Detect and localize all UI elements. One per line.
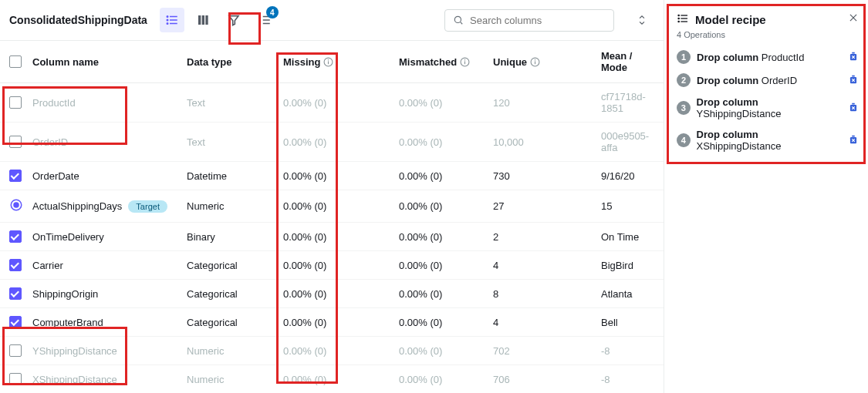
search-input-wrap[interactable] bbox=[444, 9, 614, 32]
delete-icon[interactable] bbox=[848, 102, 859, 115]
cell-mismatched: 0.00% (0) bbox=[399, 200, 442, 212]
column-name-label: OnTimeDelivery bbox=[32, 231, 104, 243]
cell-unique: 4 bbox=[493, 260, 498, 271]
operation-command: Drop column bbox=[697, 96, 758, 108]
delete-icon[interactable] bbox=[848, 74, 859, 87]
info-icon[interactable] bbox=[460, 57, 470, 67]
svg-marker-9 bbox=[229, 16, 238, 25]
table-row[interactable]: XShippingDistanceNumeric0.00% (0)0.00% (… bbox=[0, 365, 664, 393]
table-row[interactable]: ComputerBrandCategorical0.00% (0)0.00% (… bbox=[0, 308, 664, 337]
close-icon[interactable] bbox=[848, 12, 859, 25]
recipe-count-badge: 4 bbox=[266, 6, 279, 18]
row-checkbox[interactable] bbox=[9, 373, 22, 385]
info-icon[interactable] bbox=[530, 57, 540, 67]
operation-command: Drop column bbox=[697, 129, 758, 140]
column-name-label: OrderDate bbox=[32, 170, 79, 182]
info-icon[interactable] bbox=[323, 57, 333, 67]
cell-mean: 000e9505-affa bbox=[601, 130, 649, 153]
cell-missing: 0.00% (0) bbox=[283, 374, 326, 385]
recipe-operation[interactable]: 1Drop column ProductId bbox=[677, 45, 859, 69]
select-all-checkbox[interactable] bbox=[9, 55, 22, 68]
svg-point-3 bbox=[167, 16, 168, 18]
svg-point-32 bbox=[678, 15, 679, 15]
target-radio[interactable] bbox=[9, 198, 23, 214]
header-mismatched[interactable]: Mismatched bbox=[399, 56, 457, 68]
table-row[interactable]: ActualShippingDaysTargetNumeric0.00% (0)… bbox=[0, 190, 664, 223]
filter-icon[interactable] bbox=[221, 8, 246, 32]
row-checkbox[interactable] bbox=[9, 344, 22, 357]
table-row[interactable]: CarrierCategorical0.00% (0)0.00% (0)4Big… bbox=[0, 251, 664, 280]
row-checkbox[interactable] bbox=[9, 259, 22, 271]
cell-mismatched: 0.00% (0) bbox=[399, 97, 442, 109]
model-recipe-panel: Model recipe 4 Operations 1Drop column P… bbox=[664, 0, 868, 393]
cell-mean: 9/16/20 bbox=[601, 170, 634, 182]
operation-argument: YShippingDistance bbox=[697, 108, 782, 119]
svg-point-28 bbox=[14, 203, 19, 207]
dataset-title: ConsolidatedShippingData bbox=[9, 14, 147, 26]
recipe-operation[interactable]: 4Drop column XShippingDistance bbox=[677, 124, 859, 156]
recipe-operation[interactable]: 2Drop column OrderID bbox=[677, 69, 859, 92]
cell-unique: 2 bbox=[493, 231, 498, 243]
operation-argument: OrderID bbox=[762, 75, 797, 86]
row-checkbox[interactable] bbox=[9, 230, 22, 243]
header-mean-mode[interactable]: Mean / Mode bbox=[601, 50, 654, 73]
operation-index: 2 bbox=[677, 73, 691, 87]
cell-mean: Bell bbox=[601, 317, 618, 328]
cell-type: Datetime bbox=[187, 170, 227, 182]
delete-icon[interactable] bbox=[848, 134, 859, 147]
svg-point-26 bbox=[535, 59, 535, 60]
operation-index: 3 bbox=[677, 101, 691, 115]
column-name-label: Carrier bbox=[32, 260, 63, 271]
svg-rect-46 bbox=[852, 102, 855, 104]
recipe-operation[interactable]: 3Drop column YShippingDistance bbox=[677, 92, 859, 124]
svg-line-17 bbox=[461, 22, 463, 25]
header-unique[interactable]: Unique bbox=[493, 56, 527, 68]
row-checkbox[interactable] bbox=[9, 136, 22, 148]
svg-rect-50 bbox=[852, 135, 855, 136]
search-input[interactable] bbox=[470, 15, 606, 26]
header-data-type[interactable]: Data type bbox=[187, 56, 283, 68]
header-column-name[interactable]: Column name bbox=[32, 56, 187, 68]
cell-type: Numeric bbox=[187, 374, 224, 385]
table-row[interactable]: ShippingOriginCategorical0.00% (0)0.00% … bbox=[0, 280, 664, 308]
expand-all-icon[interactable] bbox=[630, 8, 654, 32]
table-row[interactable]: OnTimeDeliveryBinary0.00% (0)0.00% (0)2O… bbox=[0, 223, 664, 251]
cell-unique: 730 bbox=[493, 170, 510, 182]
cell-unique: 706 bbox=[493, 374, 510, 385]
cell-type: Text bbox=[187, 136, 205, 148]
column-name-label: XShippingDistance bbox=[32, 374, 117, 385]
cell-missing: 0.00% (0) bbox=[283, 136, 326, 148]
table-row[interactable]: ProductIdText0.00% (0)0.00% (0)120cf7171… bbox=[0, 83, 664, 123]
cell-missing: 0.00% (0) bbox=[283, 97, 326, 109]
operation-index: 4 bbox=[677, 133, 691, 147]
cell-mismatched: 0.00% (0) bbox=[399, 345, 442, 357]
grid-view-icon[interactable] bbox=[191, 8, 215, 32]
svg-point-5 bbox=[167, 23, 168, 25]
cell-mean: 15 bbox=[601, 200, 612, 212]
delete-icon[interactable] bbox=[848, 51, 859, 64]
table-row[interactable]: YShippingDistanceNumeric0.00% (0)0.00% (… bbox=[0, 337, 664, 365]
header-missing[interactable]: Missing bbox=[283, 56, 320, 68]
svg-point-16 bbox=[454, 16, 461, 22]
list-view-icon[interactable] bbox=[160, 8, 184, 32]
cell-mean: -8 bbox=[601, 374, 610, 385]
row-checkbox[interactable] bbox=[9, 96, 22, 109]
table-row[interactable]: OrderIDText0.00% (0)0.00% (0)10,000000e9… bbox=[0, 123, 664, 162]
target-badge: Target bbox=[128, 200, 167, 213]
table-row[interactable]: OrderDateDatetime0.00% (0)0.00% (0)7309/… bbox=[0, 162, 664, 190]
cell-unique: 27 bbox=[493, 200, 504, 212]
svg-rect-6 bbox=[198, 15, 201, 25]
cell-unique: 10,000 bbox=[493, 136, 524, 148]
cell-missing: 0.00% (0) bbox=[283, 260, 326, 271]
table-header: Column name Data type Missing Mismatched… bbox=[0, 41, 664, 83]
cell-mismatched: 0.00% (0) bbox=[399, 170, 442, 182]
cell-mismatched: 0.00% (0) bbox=[399, 288, 442, 300]
cell-missing: 0.00% (0) bbox=[283, 200, 326, 212]
operation-argument: ProductId bbox=[762, 52, 805, 63]
row-checkbox[interactable] bbox=[9, 170, 22, 182]
cell-mismatched: 0.00% (0) bbox=[399, 317, 442, 328]
svg-point-34 bbox=[678, 21, 679, 22]
row-checkbox[interactable] bbox=[9, 287, 22, 300]
row-checkbox[interactable] bbox=[9, 316, 22, 328]
recipe-subtitle: 4 Operations bbox=[677, 30, 859, 39]
